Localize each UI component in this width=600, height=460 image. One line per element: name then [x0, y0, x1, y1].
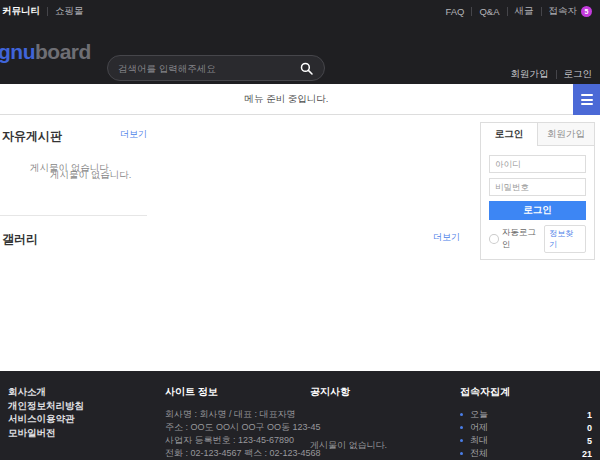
menu-placeholder-text: 메뉴 준비 중입니다.	[0, 84, 573, 115]
nav-visitors[interactable]: 접속자	[549, 5, 578, 18]
free-board-title: 자유게시판	[0, 128, 62, 145]
stat-label-total: 전체	[470, 447, 582, 460]
notice-empty-message: 게시물이 없습니다.	[310, 439, 450, 452]
stat-value-total: 21	[582, 449, 592, 459]
stat-label-yesterday: 어제	[470, 421, 587, 434]
site-logo[interactable]: gnuboard	[0, 40, 91, 64]
menu-bar: 메뉴 준비 중입니다.	[0, 84, 600, 115]
divider	[556, 70, 557, 79]
auto-login-checkbox-wrap[interactable]: 자동로그인	[489, 227, 544, 251]
search-bar	[107, 55, 325, 81]
divider	[471, 7, 472, 16]
search-icon	[300, 62, 313, 75]
section-divider	[0, 215, 147, 216]
site-header: gnuboard 회원가입 로그인	[0, 22, 600, 84]
gallery-more-link[interactable]: 더보기	[433, 231, 460, 244]
site-info-title: 사이트 정보	[165, 385, 305, 399]
divider	[47, 7, 48, 16]
top-utility-bar: 커뮤니티 쇼핑몰 FAQ Q&A 새글 접속자 5	[0, 0, 600, 22]
footer-links-column: 회사소개 개인정보처리방침 서비스이용약관 모바일버전	[8, 385, 158, 439]
footer-link-mobile[interactable]: 모바일버전	[8, 426, 158, 440]
login-widget: 로그인 회원가입 로그인 자동로그인 정보찾기	[480, 122, 595, 260]
page: 커뮤니티 쇼핑몰 FAQ Q&A 새글 접속자 5 gnuboard	[0, 0, 600, 460]
footer-notice-column: 공지사항 게시물이 없습니다.	[310, 385, 450, 452]
free-board-more-link[interactable]: 더보기	[120, 128, 147, 141]
topbar-right-group: FAQ Q&A 새글 접속자 5	[445, 5, 592, 18]
visitor-stat-row: 전체 21	[460, 447, 592, 460]
nav-shop[interactable]: 쇼핑몰	[55, 5, 84, 18]
login-id-field[interactable]	[489, 155, 586, 173]
auto-login-checkbox[interactable]	[489, 234, 499, 244]
login-password-field[interactable]	[489, 178, 586, 196]
visitor-stat-row: 어제 0	[460, 421, 592, 434]
login-widget-tabs: 로그인 회원가입	[481, 123, 594, 146]
stat-value-today: 1	[587, 410, 592, 420]
site-info-line: 전화 : 02-123-4567 팩스 : 02-123-4568	[165, 447, 305, 460]
divider	[507, 7, 508, 16]
search-input[interactable]	[118, 63, 298, 74]
notice-title: 공지사항	[310, 385, 450, 399]
logo-text-board: board	[35, 40, 91, 63]
bullet-icon	[460, 426, 463, 429]
signup-link[interactable]: 회원가입	[511, 68, 549, 81]
stat-value-yesterday: 0	[587, 423, 592, 433]
gallery-empty-message: 게시물이 없습니다.	[30, 162, 111, 175]
tab-login[interactable]: 로그인	[481, 123, 538, 146]
footer-visitor-stats-column: 접속자집계 오늘 1 어제 0 최대 5 전체 21	[460, 385, 592, 460]
gallery-section: 갤러리 더보기	[0, 231, 460, 248]
free-board-section: 자유게시판 더보기	[0, 128, 147, 145]
stat-label-today: 오늘	[470, 408, 587, 421]
footer-link-terms[interactable]: 서비스이용약관	[8, 412, 158, 426]
visitor-stats-title: 접속자집계	[460, 385, 592, 399]
stat-value-max: 5	[587, 436, 592, 446]
main-content: 자유게시판 더보기 게시물이 없습니다. 갤러리 더보기 게시물이 없습니다. …	[0, 115, 600, 371]
gallery-title: 갤러리	[0, 231, 38, 248]
site-info-line: 사업자 등록번호 : 123-45-67890	[165, 434, 305, 447]
bullet-icon	[460, 413, 463, 416]
login-link[interactable]: 로그인	[564, 68, 593, 81]
logo-text-gnu: gnu	[0, 40, 35, 63]
tab-signup[interactable]: 회원가입	[538, 123, 594, 146]
bullet-icon	[460, 439, 463, 442]
bullet-icon	[460, 452, 463, 455]
site-footer: 회사소개 개인정보처리방침 서비스이용약관 모바일버전 사이트 정보 회사명 :…	[0, 371, 600, 460]
visitor-stat-row: 최대 5	[460, 434, 592, 447]
footer-link-company[interactable]: 회사소개	[8, 385, 158, 399]
nav-qna[interactable]: Q&A	[479, 6, 499, 17]
find-info-link[interactable]: 정보찾기	[544, 225, 586, 253]
nav-faq[interactable]: FAQ	[445, 6, 464, 17]
member-links: 회원가입 로그인	[511, 68, 593, 81]
topbar-left-group: 커뮤니티 쇼핑몰	[2, 5, 84, 18]
stat-label-max: 최대	[470, 434, 587, 447]
site-info-line: 회사명 : 회사명 / 대표 : 대표자명	[165, 408, 305, 421]
nav-new-posts[interactable]: 새글	[515, 5, 534, 18]
nav-community[interactable]: 커뮤니티	[2, 5, 40, 18]
footer-link-privacy[interactable]: 개인정보처리방침	[8, 399, 158, 413]
login-submit-button[interactable]: 로그인	[489, 201, 586, 220]
hamburger-menu-button[interactable]	[573, 84, 600, 115]
search-button[interactable]	[298, 60, 314, 76]
visitor-stat-row: 오늘 1	[460, 408, 592, 421]
visitor-count-badge: 5	[581, 6, 592, 17]
auto-login-label: 자동로그인	[502, 227, 544, 251]
site-info-line: 주소 : OO도 OO시 OO구 OO동 123-45	[165, 421, 305, 434]
divider	[541, 7, 542, 16]
footer-site-info-column: 사이트 정보 회사명 : 회사명 / 대표 : 대표자명 주소 : OO도 OO…	[165, 385, 305, 460]
